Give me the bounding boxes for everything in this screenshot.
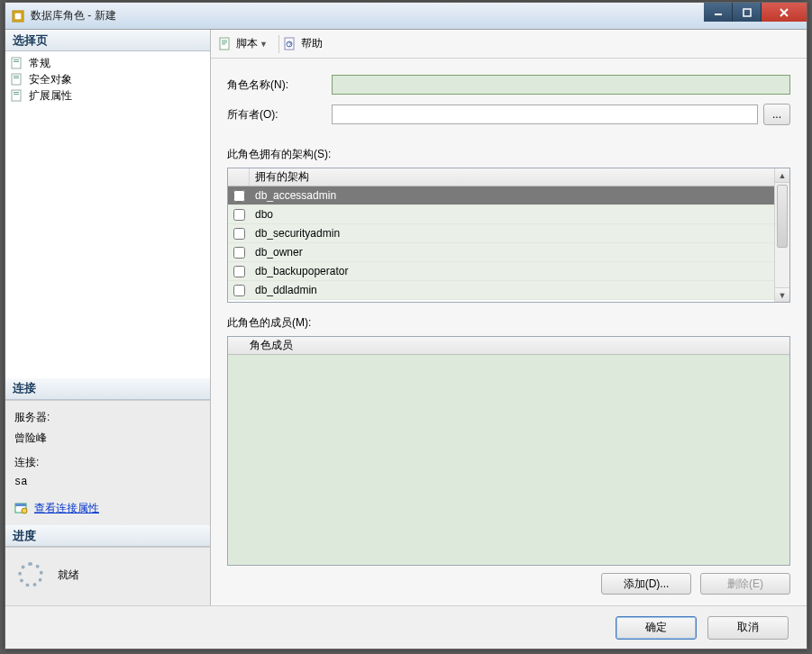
window-buttons [704,3,807,22]
role-name-label: 角色名称(N): [227,77,332,93]
content-area: 角色名称(N): 所有者(O): ... 此角色拥有的架构(S): 拥有的架构 [211,59,807,605]
left-panel: 选择页 常规 安全对象 扩展属性 连接 服务器: 曾险峰 [5,30,211,605]
schema-name: db_owner [250,246,774,259]
schema-checkbox[interactable] [233,247,245,259]
scroll-down-icon[interactable]: ▼ [775,287,789,302]
toolbar: 脚本 ▼ ? 帮助 [211,30,807,59]
separator [278,35,279,53]
nav-list: 常规 安全对象 扩展属性 [5,51,210,107]
script-icon [218,37,233,51]
nav-item-general[interactable]: 常规 [11,55,210,71]
svg-rect-13 [14,92,19,93]
minimize-button[interactable] [704,3,733,22]
server-label: 服务器: [14,410,201,425]
svg-rect-9 [12,74,21,85]
schema-row[interactable]: db_ddladmin [228,281,774,300]
schema-checkbox[interactable] [233,266,245,277]
spinner-icon [18,562,43,587]
maximize-button[interactable] [733,3,762,22]
script-label: 脚本 [236,36,258,51]
svg-text:?: ? [287,41,292,49]
conn-label: 连接: [14,455,201,470]
members-label: 此角色的成员(M): [227,315,790,331]
remove-member-button[interactable]: 删除(E) [700,573,790,595]
schema-name: db_ddladmin [250,284,774,296]
properties-icon [14,501,29,515]
svg-rect-14 [14,94,19,95]
role-name-row: 角色名称(N): [227,75,790,95]
help-label: 帮助 [301,36,323,51]
nav-label: 常规 [29,56,50,71]
schema-checkbox[interactable] [233,209,245,221]
members-column-header: 角色成员 [228,338,293,353]
page-icon [11,57,25,69]
conn-value: sa [14,476,201,488]
members-grid-header: 角色成员 [228,337,789,355]
schemas-label: 此角色拥有的架构(S): [227,147,790,162]
schema-row[interactable]: db_securityadmin [228,224,774,243]
titlebar: 数据库角色 - 新建 [5,3,807,30]
schema-row[interactable]: dbo [228,205,774,224]
svg-rect-16 [15,504,26,506]
schemas-grid-header: 拥有的架构 [228,168,774,186]
link-text: 查看连接属性 [34,501,99,516]
schema-row[interactable]: db_owner [228,243,774,262]
schema-checkbox[interactable] [233,228,245,240]
owner-label: 所有者(O): [227,107,332,123]
svg-rect-11 [14,77,19,78]
role-name-input[interactable] [332,75,790,95]
schema-name: db_accessadmin [250,189,774,202]
schema-name: db_backupoperator [250,265,774,277]
server-value: 曾险峰 [14,431,201,446]
chevron-down-icon: ▼ [260,40,268,49]
schema-checkbox[interactable] [233,190,245,202]
svg-rect-7 [14,59,19,60]
svg-rect-3 [744,9,751,16]
view-connection-props-link[interactable]: 查看连接属性 [14,501,99,516]
close-button[interactable] [762,3,807,22]
window-title: 数据库角色 - 新建 [31,8,807,23]
left-spacer [5,107,210,378]
schemas-scrollbar[interactable]: ▲ ▼ [774,168,789,302]
ok-button[interactable]: 确定 [616,616,697,640]
svg-rect-12 [12,90,21,101]
schema-row[interactable]: db_accessadmin [228,186,774,205]
owner-row: 所有者(O): ... [227,104,790,125]
nav-label: 安全对象 [29,72,72,87]
help-button[interactable]: ? 帮助 [283,36,323,51]
svg-rect-10 [14,76,19,77]
members-body [228,355,789,565]
right-panel: 脚本 ▼ ? 帮助 角色名称(N): 所有者(O): ... [211,30,807,605]
owner-input[interactable] [332,104,758,124]
select-page-header: 选择页 [5,30,210,51]
schema-checkbox[interactable] [233,285,245,296]
nav-item-securables[interactable]: 安全对象 [11,71,210,87]
members-grid: 角色成员 [227,336,790,566]
schema-name: dbo [250,208,774,221]
scroll-thumb[interactable] [777,185,788,248]
schema-row[interactable]: db_backupoperator [228,262,774,281]
dialog-window: 数据库角色 - 新建 选择页 常规 安全对象 扩展属性 [5,2,807,649]
dialog-body: 选择页 常规 安全对象 扩展属性 连接 服务器: 曾险峰 [5,30,807,605]
scroll-up-icon[interactable]: ▲ [775,168,789,183]
svg-rect-1 [14,13,22,20]
help-icon: ? [283,37,297,51]
svg-point-17 [22,508,27,513]
progress-section: 就绪 [5,547,210,605]
svg-rect-8 [14,61,19,62]
ready-label: 就绪 [58,568,79,583]
progress-header: 进度 [5,525,210,547]
member-buttons: 添加(D)... 删除(E) [227,573,790,595]
connection-section: 服务器: 曾险峰 连接: sa 查看连接属性 [5,400,210,526]
connection-header: 连接 [5,378,210,400]
script-button[interactable]: 脚本 ▼ [218,36,268,51]
schemas-grid: 拥有的架构 db_accessadmin dbo db_securit [227,168,790,303]
nav-item-extended[interactable]: 扩展属性 [11,87,210,104]
schema-name: db_securityadmin [250,227,774,240]
cancel-button[interactable]: 取消 [707,616,789,640]
app-icon [11,9,25,23]
browse-owner-button[interactable]: ... [763,104,790,125]
schemas-column-header: 拥有的架构 [250,169,309,185]
add-member-button[interactable]: 添加(D)... [601,573,691,595]
svg-rect-6 [12,58,21,68]
